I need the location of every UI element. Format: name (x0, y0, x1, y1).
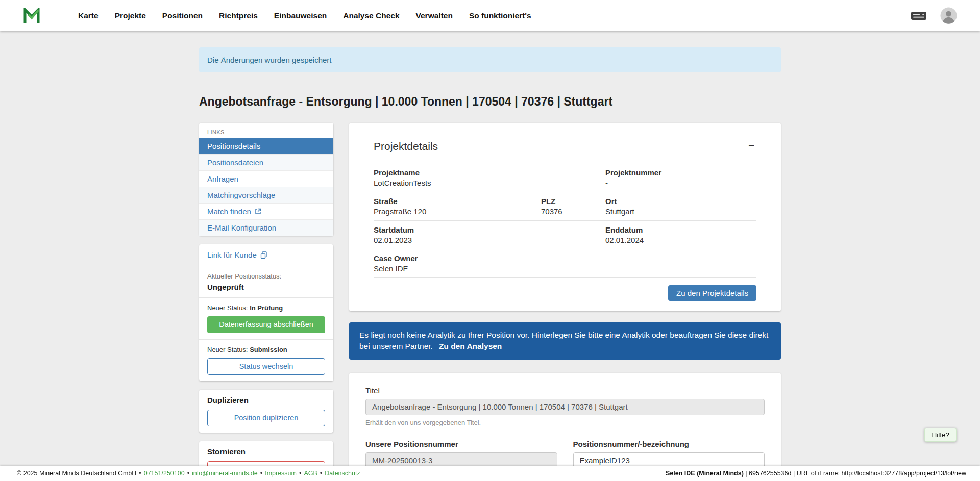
footer: © 2025 Mineral Minds Deutschland GmbH•07… (0, 466, 980, 481)
copy-icon (260, 251, 267, 259)
footer-link-email[interactable]: info@mineral-minds.de (192, 470, 258, 477)
extnr-label: Positionsnummer/-bezeichnung (573, 440, 765, 448)
sidebar-item-label: Matchingvorschläge (207, 191, 275, 199)
page-title: Angebotsanfrage - Entsorgung | 10.000 To… (199, 95, 781, 115)
sidebar-item-positionsdetails[interactable]: Positionsdetails (199, 138, 333, 154)
project-details-card: Projektdetails − Projektname LotCreation… (349, 123, 781, 311)
duplicate-position-button[interactable]: Position duplizieren (207, 410, 325, 426)
new-status-line-1: Neuer Status: In Prüfung (207, 304, 325, 312)
sidebar-item-label: Positionsdateien (207, 158, 263, 167)
footer-left: © 2025 Mineral Minds Deutschland GmbH•07… (17, 470, 360, 477)
footer-link-datenschutz[interactable]: Datenschutz (325, 470, 360, 477)
project-row-owner: Case Owner Selen IDE (374, 249, 756, 278)
nav-item-verwalten[interactable]: Verwalten (408, 7, 461, 24)
nav-item-analyse-check[interactable]: Analyse Check (335, 7, 407, 24)
analytics-banner: Es liegt noch keine Analytik zu Ihrer Po… (349, 322, 781, 360)
sidebar-item-positionsdateien[interactable]: Positionsdateien (199, 154, 333, 170)
change-status-button[interactable]: Status wechseln (207, 358, 325, 375)
navbar-right (911, 7, 957, 24)
complete-data-entry-button[interactable]: Datenerfassung abschließen (207, 316, 325, 333)
sidebar-item-anfragen[interactable]: Anfragen (199, 170, 333, 187)
duplicate-title: Duplizieren (207, 396, 325, 404)
customer-link-label: Link für Kunde (207, 250, 257, 259)
footer-link-phone[interactable]: 07151/250100 (144, 470, 185, 477)
sidebar-item-label: Anfragen (207, 174, 238, 183)
logo-icon (23, 8, 40, 24)
nav-item-positionen[interactable]: Positionen (154, 7, 211, 24)
sidebar-links-card: LINKS Positionsdetails Positionsdateien … (199, 123, 333, 236)
sidebar-item-label: E-Mail Konfiguration (207, 223, 276, 232)
copyright-text: © 2025 Mineral Minds Deutschland GmbH (17, 470, 136, 477)
new-status-line-2: Neuer Status: Submission (207, 346, 325, 353)
nav-item-richtpreis[interactable]: Richtpreis (211, 7, 266, 24)
help-button[interactable]: Hilfe? (924, 428, 957, 442)
card-reader-icon[interactable] (911, 10, 927, 21)
sidebar-item-label: Positionsdetails (207, 142, 260, 150)
top-navbar: Karte Projekte Positionen Richtpreis Ein… (0, 0, 980, 31)
status-card: Link für Kunde Aktueller Positionsstatus… (199, 244, 333, 381)
project-row-name: Projektname LotCreationTests Projektnumm… (374, 164, 756, 192)
analytics-banner-link[interactable]: Zu den Analysen (439, 342, 502, 350)
customer-link[interactable]: Link für Kunde (207, 250, 267, 259)
titel-label: Titel (365, 386, 765, 395)
analytics-banner-text: Es liegt noch keine Analytik zu Ihrer Po… (359, 331, 768, 350)
project-row-dates: Startdatum 02.01.2023 Enddatum 02.01.202… (374, 221, 756, 249)
position-form-card: Titel Erhält den von uns vorgegebenen Ti… (349, 373, 781, 481)
page-container: Die Änderungen wurden gespeichert Angebo… (199, 47, 781, 481)
avatar[interactable] (940, 7, 957, 24)
sidebar-item-matchingvorschlaege[interactable]: Matchingvorschläge (199, 187, 333, 203)
titel-help: Erhält den von uns vorgegebenen Titel. (365, 419, 765, 426)
sidebar-item-email-konfiguration[interactable]: E-Mail Konfiguration (199, 219, 333, 236)
sidebar-item-match-finden[interactable]: Match finden (199, 203, 333, 219)
mineral-minds-logo[interactable] (23, 8, 40, 24)
titel-input (365, 399, 765, 415)
project-details-title: Projektdetails (374, 140, 438, 153)
sidebar-item-label: Match finden (207, 207, 251, 216)
nav-item-karte[interactable]: Karte (70, 7, 107, 24)
save-success-alert: Die Änderungen wurden gespeichert (199, 47, 781, 72)
sidebar: LINKS Positionsdetails Positionsdateien … (199, 123, 333, 481)
project-row-address: Straße Pragstraße 120 PLZ 70376 Ort Stut… (374, 192, 756, 221)
collapse-icon[interactable]: − (746, 140, 756, 150)
external-link-icon (255, 208, 261, 215)
footer-session-info: Selen IDE (Mineral Minds) | 69576255536d… (666, 470, 966, 477)
current-status-value: Ungeprüft (207, 283, 325, 291)
main-nav: Karte Projekte Positionen Richtpreis Ein… (70, 7, 540, 24)
main-content: Projektdetails − Projektname LotCreation… (349, 123, 781, 481)
footer-link-impressum[interactable]: Impressum (265, 470, 297, 477)
footer-link-agb[interactable]: AGB (304, 470, 317, 477)
current-status-label: Aktueller Positionsstatus: (207, 272, 325, 280)
nav-item-so-funktionierts[interactable]: So funktioniert's (461, 7, 540, 24)
nav-item-einbauweisen[interactable]: Einbauweisen (266, 7, 335, 24)
go-to-project-details-button[interactable]: Zu den Projektdetails (668, 285, 756, 301)
sidebar-links-header: LINKS (199, 123, 333, 138)
duplicate-card: Duplizieren Position duplizieren (199, 390, 333, 433)
posnr-label: Unsere Positionsnummer (365, 440, 557, 448)
nav-item-projekte[interactable]: Projekte (107, 7, 154, 24)
cancel-title: Stornieren (207, 447, 325, 456)
